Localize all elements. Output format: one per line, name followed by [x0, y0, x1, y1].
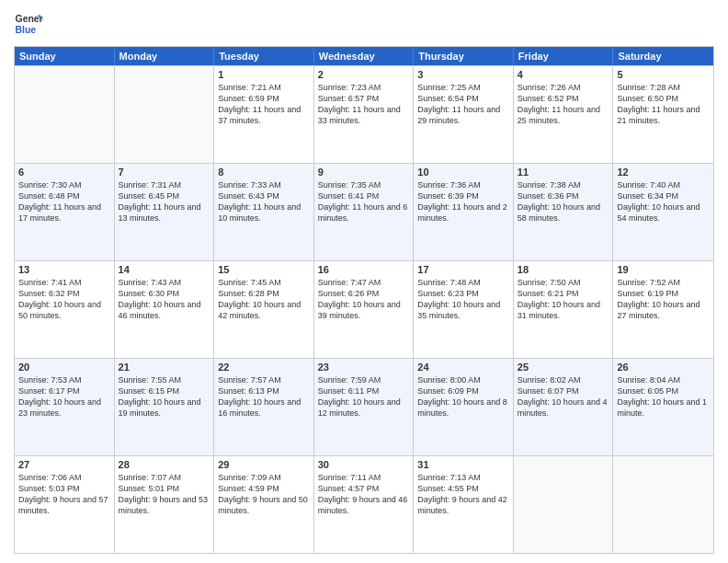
- cell-content: Sunrise: 8:00 AM Sunset: 6:09 PM Dayligh…: [417, 374, 509, 419]
- calendar-cell: 1Sunrise: 7:21 AM Sunset: 6:59 PM Daylig…: [214, 66, 314, 163]
- calendar-cell: 7Sunrise: 7:31 AM Sunset: 6:45 PM Daylig…: [115, 164, 215, 260]
- cell-content: Sunrise: 7:25 AM Sunset: 6:54 PM Dayligh…: [417, 82, 509, 127]
- cell-content: Sunrise: 7:59 AM Sunset: 6:11 PM Dayligh…: [318, 374, 410, 419]
- calendar-cell: 14Sunrise: 7:43 AM Sunset: 6:30 PM Dayli…: [115, 261, 215, 358]
- weekday-header: Saturday: [613, 47, 713, 65]
- cell-content: Sunrise: 7:41 AM Sunset: 6:32 PM Dayligh…: [18, 277, 110, 322]
- calendar-cell: 23Sunrise: 7:59 AM Sunset: 6:11 PM Dayli…: [314, 359, 415, 455]
- calendar-cell: 2Sunrise: 7:23 AM Sunset: 6:57 PM Daylig…: [314, 66, 415, 163]
- day-number: 2: [318, 69, 410, 80]
- calendar-row: 6Sunrise: 7:30 AM Sunset: 6:48 PM Daylig…: [15, 163, 713, 260]
- cell-content: Sunrise: 7:55 AM Sunset: 6:15 PM Dayligh…: [119, 374, 210, 419]
- day-number: 16: [318, 264, 410, 275]
- cell-content: Sunrise: 7:35 AM Sunset: 6:41 PM Dayligh…: [318, 179, 410, 224]
- day-number: 8: [218, 167, 310, 178]
- day-number: 17: [417, 264, 509, 275]
- calendar-cell: 20Sunrise: 7:53 AM Sunset: 6:17 PM Dayli…: [15, 359, 115, 455]
- calendar-cell: [613, 456, 713, 553]
- weekday-header: Friday: [514, 47, 614, 65]
- calendar-cell: 18Sunrise: 7:50 AM Sunset: 6:21 PM Dayli…: [514, 261, 614, 358]
- calendar-cell: 13Sunrise: 7:41 AM Sunset: 6:32 PM Dayli…: [15, 261, 115, 358]
- calendar-cell: 16Sunrise: 7:47 AM Sunset: 6:26 PM Dayli…: [314, 261, 415, 358]
- day-number: 20: [18, 362, 110, 373]
- weekday-header: Sunday: [15, 47, 115, 65]
- day-number: 4: [518, 69, 609, 80]
- day-number: 28: [119, 459, 210, 470]
- day-number: 7: [119, 167, 210, 178]
- cell-content: Sunrise: 7:31 AM Sunset: 6:45 PM Dayligh…: [119, 179, 210, 224]
- cell-content: Sunrise: 7:06 AM Sunset: 5:03 PM Dayligh…: [18, 472, 110, 517]
- day-number: 6: [18, 167, 110, 178]
- svg-text:Blue: Blue: [16, 25, 37, 35]
- cell-content: Sunrise: 7:40 AM Sunset: 6:34 PM Dayligh…: [617, 179, 710, 224]
- cell-content: Sunrise: 7:57 AM Sunset: 6:13 PM Dayligh…: [218, 374, 310, 419]
- day-number: 3: [417, 69, 509, 80]
- cell-content: Sunrise: 7:45 AM Sunset: 6:28 PM Dayligh…: [218, 277, 310, 322]
- calendar-cell: 28Sunrise: 7:07 AM Sunset: 5:01 PM Dayli…: [115, 456, 215, 553]
- cell-content: Sunrise: 7:13 AM Sunset: 4:55 PM Dayligh…: [417, 472, 509, 517]
- weekday-header: Thursday: [414, 47, 514, 65]
- day-number: 5: [617, 69, 710, 80]
- day-number: 31: [417, 459, 509, 470]
- day-number: 10: [417, 167, 509, 178]
- cell-content: Sunrise: 7:09 AM Sunset: 4:59 PM Dayligh…: [218, 472, 310, 517]
- cell-content: Sunrise: 7:36 AM Sunset: 6:39 PM Dayligh…: [417, 179, 509, 224]
- calendar-cell: 31Sunrise: 7:13 AM Sunset: 4:55 PM Dayli…: [414, 456, 514, 553]
- calendar-cell: 29Sunrise: 7:09 AM Sunset: 4:59 PM Dayli…: [214, 456, 314, 553]
- cell-content: Sunrise: 7:48 AM Sunset: 6:23 PM Dayligh…: [417, 277, 509, 322]
- weekday-header: Monday: [115, 47, 215, 65]
- cell-content: Sunrise: 7:47 AM Sunset: 6:26 PM Dayligh…: [318, 277, 410, 322]
- logo: General Blue: [14, 9, 43, 39]
- calendar-cell: 22Sunrise: 7:57 AM Sunset: 6:13 PM Dayli…: [214, 359, 314, 455]
- calendar-row: 1Sunrise: 7:21 AM Sunset: 6:59 PM Daylig…: [15, 65, 713, 163]
- calendar-body: 1Sunrise: 7:21 AM Sunset: 6:59 PM Daylig…: [15, 65, 713, 553]
- day-number: 25: [518, 362, 609, 373]
- day-number: 13: [18, 264, 110, 275]
- day-number: 11: [518, 167, 609, 178]
- cell-content: Sunrise: 8:02 AM Sunset: 6:07 PM Dayligh…: [518, 374, 609, 419]
- calendar: SundayMondayTuesdayWednesdayThursdayFrid…: [14, 46, 714, 554]
- calendar-cell: [514, 456, 614, 553]
- day-number: 30: [318, 459, 410, 470]
- calendar-cell: 25Sunrise: 8:02 AM Sunset: 6:07 PM Dayli…: [514, 359, 614, 455]
- cell-content: Sunrise: 7:26 AM Sunset: 6:52 PM Dayligh…: [518, 82, 609, 127]
- calendar-cell: 26Sunrise: 8:04 AM Sunset: 6:05 PM Dayli…: [613, 359, 713, 455]
- cell-content: Sunrise: 7:21 AM Sunset: 6:59 PM Dayligh…: [218, 82, 310, 127]
- day-number: 9: [318, 167, 410, 178]
- weekday-header: Tuesday: [214, 47, 314, 65]
- calendar-cell: 10Sunrise: 7:36 AM Sunset: 6:39 PM Dayli…: [414, 164, 514, 260]
- cell-content: Sunrise: 7:52 AM Sunset: 6:19 PM Dayligh…: [617, 277, 710, 322]
- calendar-cell: 27Sunrise: 7:06 AM Sunset: 5:03 PM Dayli…: [15, 456, 115, 553]
- cell-content: Sunrise: 7:38 AM Sunset: 6:36 PM Dayligh…: [518, 179, 609, 224]
- cell-content: Sunrise: 7:23 AM Sunset: 6:57 PM Dayligh…: [318, 82, 410, 127]
- cell-content: Sunrise: 7:11 AM Sunset: 4:57 PM Dayligh…: [318, 472, 410, 517]
- cell-content: Sunrise: 7:33 AM Sunset: 6:43 PM Dayligh…: [218, 179, 310, 224]
- day-number: 21: [119, 362, 210, 373]
- calendar-cell: 17Sunrise: 7:48 AM Sunset: 6:23 PM Dayli…: [414, 261, 514, 358]
- calendar-cell: 8Sunrise: 7:33 AM Sunset: 6:43 PM Daylig…: [214, 164, 314, 260]
- calendar-cell: 15Sunrise: 7:45 AM Sunset: 6:28 PM Dayli…: [214, 261, 314, 358]
- calendar-row: 27Sunrise: 7:06 AM Sunset: 5:03 PM Dayli…: [15, 455, 713, 553]
- day-number: 29: [218, 459, 310, 470]
- calendar-cell: 21Sunrise: 7:55 AM Sunset: 6:15 PM Dayli…: [115, 359, 215, 455]
- day-number: 23: [318, 362, 410, 373]
- logo-icon: General Blue: [14, 9, 43, 39]
- day-number: 27: [18, 459, 110, 470]
- calendar-cell: [115, 66, 215, 163]
- header: General Blue: [14, 9, 714, 39]
- calendar-cell: 30Sunrise: 7:11 AM Sunset: 4:57 PM Dayli…: [314, 456, 415, 553]
- day-number: 12: [617, 167, 710, 178]
- cell-content: Sunrise: 7:53 AM Sunset: 6:17 PM Dayligh…: [18, 374, 110, 419]
- calendar-cell: 9Sunrise: 7:35 AM Sunset: 6:41 PM Daylig…: [314, 164, 415, 260]
- calendar-cell: 6Sunrise: 7:30 AM Sunset: 6:48 PM Daylig…: [15, 164, 115, 260]
- calendar-row: 20Sunrise: 7:53 AM Sunset: 6:17 PM Dayli…: [15, 358, 713, 455]
- cell-content: Sunrise: 7:07 AM Sunset: 5:01 PM Dayligh…: [119, 472, 210, 517]
- calendar-cell: 19Sunrise: 7:52 AM Sunset: 6:19 PM Dayli…: [613, 261, 713, 358]
- calendar-header: SundayMondayTuesdayWednesdayThursdayFrid…: [15, 47, 713, 65]
- calendar-cell: 4Sunrise: 7:26 AM Sunset: 6:52 PM Daylig…: [514, 66, 614, 163]
- day-number: 24: [417, 362, 509, 373]
- calendar-row: 13Sunrise: 7:41 AM Sunset: 6:32 PM Dayli…: [15, 260, 713, 358]
- calendar-cell: [15, 66, 115, 163]
- calendar-cell: 12Sunrise: 7:40 AM Sunset: 6:34 PM Dayli…: [613, 164, 713, 260]
- weekday-header: Wednesday: [314, 47, 415, 65]
